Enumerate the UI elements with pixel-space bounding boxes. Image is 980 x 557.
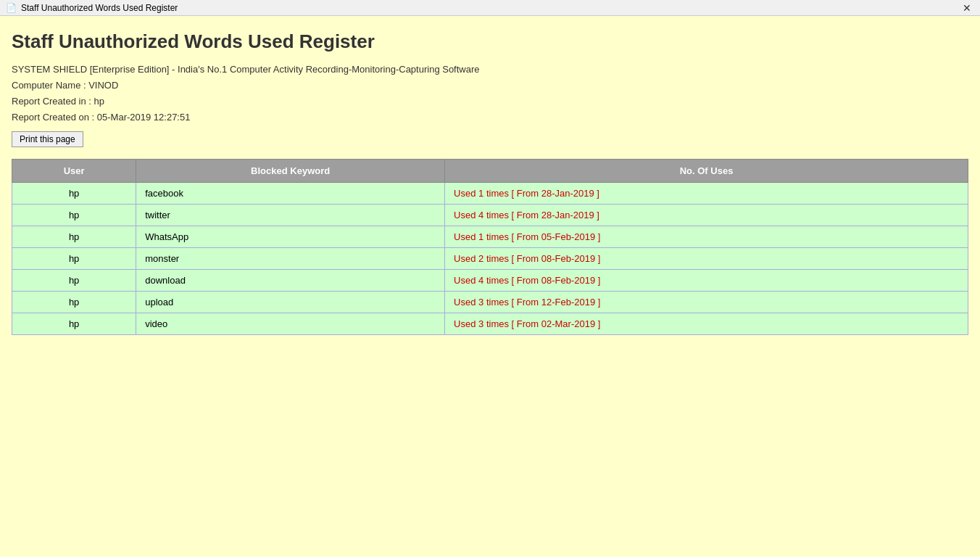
- cell-keyword: video: [136, 313, 445, 335]
- cell-user: hp: [12, 226, 136, 248]
- table-header-row: User Blocked Keyword No. Of Uses: [12, 160, 968, 183]
- computer-name: Computer Name : VINOD: [12, 78, 968, 94]
- meta-info: SYSTEM SHIELD [Enterprise Edition] - Ind…: [12, 62, 968, 125]
- table-row: hpvideoUsed 3 times [ From 02-Mar-2019 ]: [12, 313, 968, 335]
- cell-uses: Used 4 times [ From 28-Jan-2019 ]: [445, 205, 968, 226]
- table-row: hpuploadUsed 3 times [ From 12-Feb-2019 …: [12, 292, 968, 313]
- data-table: User Blocked Keyword No. Of Uses hpfaceb…: [12, 159, 968, 335]
- cell-uses: Used 3 times [ From 02-Mar-2019 ]: [445, 313, 968, 335]
- cell-uses: Used 4 times [ From 08-Feb-2019 ]: [445, 270, 968, 292]
- cell-keyword: upload: [136, 292, 445, 313]
- col-header-user: User: [12, 160, 136, 183]
- cell-keyword: monster: [136, 248, 445, 270]
- table-row: hptwitterUsed 4 times [ From 28-Jan-2019…: [12, 205, 968, 226]
- col-header-uses: No. Of Uses: [445, 160, 968, 183]
- cell-user: hp: [12, 292, 136, 313]
- col-header-keyword: Blocked Keyword: [136, 160, 445, 183]
- cell-user: hp: [12, 248, 136, 270]
- table-row: hpmonsterUsed 2 times [ From 08-Feb-2019…: [12, 248, 968, 270]
- print-button[interactable]: Print this page: [12, 131, 83, 147]
- cell-uses: Used 3 times [ From 12-Feb-2019 ]: [445, 292, 968, 313]
- report-created-on: Report Created on : 05-Mar-2019 12:27:51: [12, 110, 968, 125]
- table-row: hpfacebookUsed 1 times [ From 28-Jan-201…: [12, 183, 968, 205]
- system-info: SYSTEM SHIELD [Enterprise Edition] - Ind…: [12, 62, 968, 78]
- title-bar-left: 📄 Staff Unauthorized Words Used Register: [6, 3, 178, 13]
- report-created-in: Report Created in : hp: [12, 94, 968, 110]
- cell-keyword: facebook: [136, 183, 445, 205]
- close-button[interactable]: ✕: [960, 2, 974, 14]
- cell-keyword: download: [136, 270, 445, 292]
- table-body: hpfacebookUsed 1 times [ From 28-Jan-201…: [12, 183, 968, 335]
- cell-keyword: WhatsApp: [136, 226, 445, 248]
- cell-user: hp: [12, 183, 136, 205]
- cell-keyword: twitter: [136, 205, 445, 226]
- cell-uses: Used 1 times [ From 28-Jan-2019 ]: [445, 183, 968, 205]
- cell-uses: Used 2 times [ From 08-Feb-2019 ]: [445, 248, 968, 270]
- title-bar-icon: 📄: [6, 3, 17, 13]
- table-row: hpdownloadUsed 4 times [ From 08-Feb-201…: [12, 270, 968, 292]
- title-bar: 📄 Staff Unauthorized Words Used Register…: [0, 0, 980, 16]
- main-content: Staff Unauthorized Words Used Register S…: [0, 16, 980, 557]
- page-title: Staff Unauthorized Words Used Register: [12, 30, 968, 53]
- cell-user: hp: [12, 205, 136, 226]
- table-row: hpWhatsAppUsed 1 times [ From 05-Feb-201…: [12, 226, 968, 248]
- cell-uses: Used 1 times [ From 05-Feb-2019 ]: [445, 226, 968, 248]
- title-bar-title: Staff Unauthorized Words Used Register: [21, 3, 178, 13]
- cell-user: hp: [12, 313, 136, 335]
- table-header: User Blocked Keyword No. Of Uses: [12, 160, 968, 183]
- cell-user: hp: [12, 270, 136, 292]
